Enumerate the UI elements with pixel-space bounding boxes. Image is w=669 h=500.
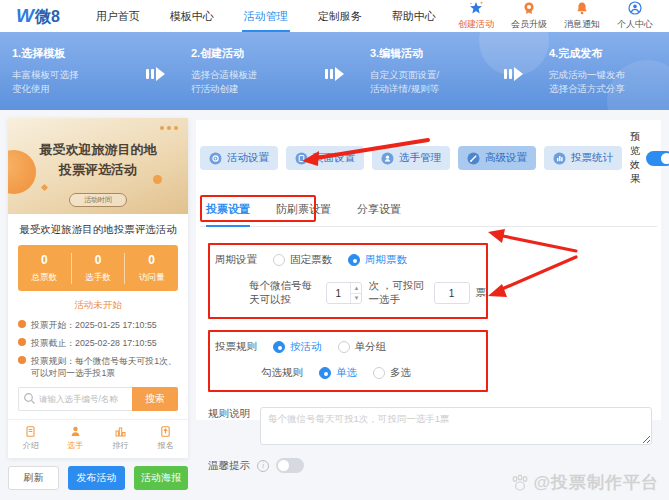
vote-frequency-rule: 每个微信号每天可以投 ▲▼ 次 ，可投同一选手 票 — [249, 279, 486, 307]
subtab-share-settings[interactable]: 分享设置 — [357, 202, 401, 217]
activity-time-pill: 活动时间 — [69, 193, 127, 207]
nav-item-help[interactable]: 帮助中心 — [390, 1, 438, 32]
stat-visits: 0访问量 — [124, 253, 178, 284]
radio-single-select[interactable]: 单选 — [319, 366, 357, 380]
phone-preview-card: 最受欢迎旅游目的地投票评选活动 活动时间 最受欢迎旅游目的地投票评选活动 0总票… — [8, 118, 188, 458]
vote-rule-label: 投票规则 — [215, 340, 257, 354]
step-4: 4.完成发布 完成活动一键发布选择合适方式分享 — [549, 46, 657, 97]
info-start-time: 投票开始：2025-01-25 17:10:55 — [18, 319, 178, 332]
radio-icon — [319, 367, 331, 379]
tab-ranking[interactable]: 排行 — [98, 425, 143, 451]
step-1: 1.选择模板 丰富模板可选择变化使用 — [12, 46, 120, 97]
paw-icon — [510, 474, 530, 492]
gear-icon — [209, 152, 222, 165]
advanced-icon — [467, 152, 480, 165]
workflow-steps-banner: 1.选择模板 丰富模板可选择变化使用 2.创建活动 选择合适模板进行活动创建 3… — [0, 32, 669, 110]
tab-vote-statistics[interactable]: 投票统计 — [544, 146, 622, 170]
annotation-red-box-cycle: 周期设置 固定票数 周期票数 每个微信号每天可以投 ▲▼ 次 ，可投同一选手 — [208, 243, 488, 319]
activity-info: 投票开始：2025-01-25 17:10:55 投票截止：2025-02-28… — [8, 319, 188, 380]
tab-intro[interactable]: 介绍 — [8, 425, 53, 451]
search-button[interactable]: 搜索 — [132, 387, 178, 411]
tab-activity-settings[interactable]: 活动设置 — [200, 146, 278, 170]
top-navbar: W 微8 用户首页 模板中心 活动管理 定制服务 帮助中心 创建活动 会员升级 … — [0, 0, 669, 32]
medal-icon — [522, 1, 536, 17]
tab-players[interactable]: 选手 — [53, 425, 98, 451]
chart-icon — [553, 152, 566, 165]
radio-multi-select[interactable]: 多选 — [373, 366, 411, 380]
fast-forward-icon — [325, 67, 344, 81]
nav-item-activity-manage[interactable]: 活动管理 — [242, 1, 290, 32]
nav-item-custom-service[interactable]: 定制服务 — [316, 1, 364, 32]
tab-page-settings[interactable]: 页面设置 — [286, 146, 364, 170]
players-icon — [69, 425, 82, 438]
circle-decoration — [153, 175, 162, 184]
logo-mark: W — [16, 5, 34, 27]
bell-icon — [575, 1, 589, 17]
main-nav: 用户首页 模板中心 活动管理 定制服务 帮助中心 — [94, 1, 438, 32]
stat-players: 0选手数 — [71, 253, 125, 284]
activity-poster: 最受欢迎旅游目的地投票评选活动 活动时间 — [8, 118, 188, 214]
info-vote-rule: 投票规则：每个微信号每天可投1次、可以对同一选手投1票 — [18, 355, 178, 381]
settings-panel: 活动设置 页面设置 选手管理 高级设置 投票统计 预览效果 投票设置 防刷票设置… — [196, 120, 661, 420]
nav-item-templates[interactable]: 模板中心 — [168, 1, 216, 32]
radio-icon — [373, 367, 385, 379]
notifications-button[interactable]: 消息通知 — [564, 1, 600, 31]
stat-total-votes: 0总票数 — [18, 253, 71, 284]
dots-decoration — [160, 126, 178, 130]
radio-icon — [273, 254, 285, 266]
refresh-button[interactable]: 刷新 — [8, 466, 59, 490]
radio-fixed-votes[interactable]: 固定票数 — [273, 253, 332, 267]
header-actions: 创建活动 会员升级 消息通知 个人中心 — [458, 1, 653, 31]
dot-icon — [18, 320, 26, 328]
rule-description-textarea[interactable] — [260, 407, 652, 445]
logo[interactable]: W 微8 — [16, 5, 60, 28]
number-stepper: ▲▼ — [350, 283, 361, 303]
subtab-vote-settings[interactable]: 投票设置 — [206, 202, 250, 217]
cycle-setting-label: 周期设置 — [215, 253, 257, 267]
activity-poster-button[interactable]: 活动海报 — [134, 466, 188, 490]
tips-toggle[interactable] — [276, 458, 304, 473]
phone-tab-bar: 介绍 选手 排行 报名 — [8, 419, 188, 458]
radio-by-group[interactable]: 单分组 — [338, 340, 387, 354]
member-upgrade-button[interactable]: 会员升级 — [511, 1, 547, 31]
fast-forward-icon — [146, 67, 165, 81]
subtab-anti-cheat-settings[interactable]: 防刷票设置 — [276, 202, 331, 217]
preview-effect-control: 预览效果 — [630, 130, 669, 186]
radio-icon — [273, 341, 285, 353]
dot-icon — [18, 356, 26, 364]
settings-tab-bar: 活动设置 页面设置 选手管理 高级设置 投票统计 预览效果 — [200, 130, 657, 186]
annotation-red-box-rule: 投票规则 按活动 单分组 勾选规则 单选 多选 — [208, 330, 488, 392]
create-activity-button[interactable]: 创建活动 — [458, 1, 494, 31]
settings-subtab-bar: 投票设置 防刷票设置 分享设置 — [200, 200, 657, 227]
ranking-icon — [114, 425, 127, 438]
radio-icon — [338, 341, 350, 353]
signup-icon — [159, 425, 172, 438]
nav-item-home[interactable]: 用户首页 — [94, 1, 142, 32]
info-icon: i — [257, 460, 269, 472]
page-icon — [295, 152, 308, 165]
radio-icon — [348, 254, 360, 266]
step-2: 2.创建活动 选择合适模板进行活动创建 — [191, 46, 299, 97]
vote-settings-form: 周期设置 固定票数 周期票数 每个微信号每天可以投 ▲▼ 次 ，可投同一选手 — [200, 227, 657, 473]
profile-button[interactable]: 个人中心 — [617, 1, 653, 31]
stats-bar: 0总票数 0选手数 0访问量 — [18, 245, 178, 291]
radio-by-activity[interactable]: 按活动 — [273, 340, 322, 354]
tab-advanced-settings[interactable]: 高级设置 — [458, 146, 536, 170]
step-3: 3.编辑活动 自定义页面设置/活动详情/规则等 — [370, 46, 478, 97]
dot-icon — [18, 338, 26, 346]
fast-forward-icon — [504, 67, 523, 81]
tab-signup[interactable]: 报名 — [143, 425, 188, 451]
site-watermark: @投票制作平台 — [510, 471, 659, 494]
search-icon — [23, 392, 36, 405]
stepper-up-icon[interactable]: ▲ — [351, 283, 361, 294]
tab-player-manage[interactable]: 选手管理 — [372, 146, 450, 170]
preview-effect-toggle[interactable] — [646, 151, 669, 166]
radio-periodic-votes[interactable]: 周期票数 — [348, 253, 407, 267]
activity-title: 最受欢迎旅游目的地投票评选活动 — [14, 223, 182, 237]
preview-effect-label: 预览效果 — [630, 130, 640, 186]
per-player-votes-input[interactable] — [434, 282, 470, 304]
publish-activity-button[interactable]: 发布活动 — [68, 466, 125, 490]
rule-description-label: 规则说明 — [208, 407, 250, 421]
rule-description-row: 规则说明 — [208, 407, 657, 445]
stepper-down-icon[interactable]: ▼ — [351, 294, 361, 304]
